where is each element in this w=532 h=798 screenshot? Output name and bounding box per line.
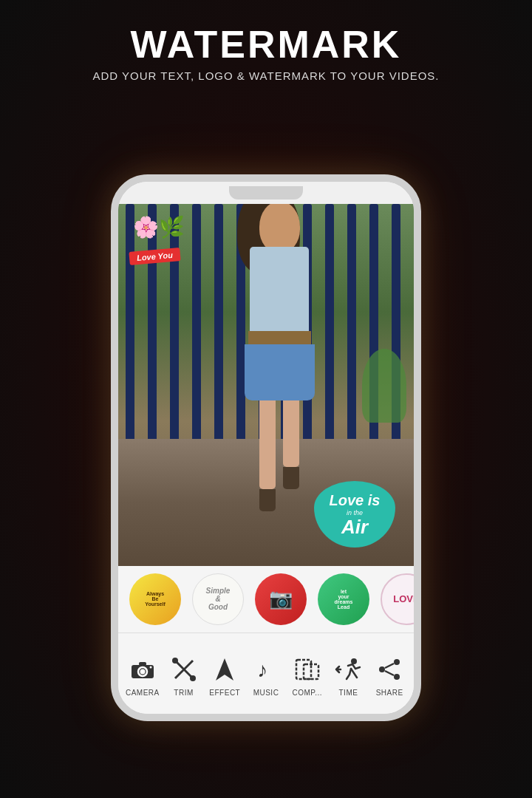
svg-text:♪: ♪ — [257, 658, 267, 681]
svg-point-16 — [394, 674, 400, 680]
love-you-sticker-inner: 🌸🌿 Love You — [129, 215, 196, 267]
svg-point-15 — [379, 666, 385, 672]
toolbar-camera[interactable]: CAMERA — [122, 654, 163, 697]
comp-label: COMP... — [292, 689, 322, 697]
plant-decoration — [362, 349, 406, 423]
fence-bar — [369, 204, 378, 476]
flower-icon: 🌸🌿 — [133, 215, 185, 239]
svg-rect-3 — [139, 662, 146, 666]
camera-label: CAMERA — [126, 689, 160, 697]
fence-bar — [347, 204, 356, 476]
sticker-line1: Love is — [330, 492, 381, 508]
toolbar-effect[interactable]: EFFECT — [204, 654, 245, 697]
share-icon — [374, 654, 405, 685]
sticker-simple-good[interactable]: Simple&Good — [192, 573, 244, 625]
person-legs — [259, 400, 299, 511]
phone-top-bar — [118, 182, 414, 204]
person-belt — [248, 331, 311, 344]
page-title: WATERMARK — [92, 22, 439, 66]
svg-line-18 — [385, 671, 394, 675]
music-icon: ♪ — [250, 654, 282, 685]
time-label: TIME — [339, 689, 358, 697]
svg-point-7 — [172, 658, 178, 664]
person-skirt — [245, 344, 315, 401]
svg-marker-9 — [216, 658, 233, 681]
toolbar-comp[interactable]: COMP... — [287, 654, 328, 697]
person-leg — [283, 400, 299, 467]
person-head — [259, 204, 300, 253]
fence-bar — [392, 204, 400, 476]
toolbar-share[interactable]: SHARE — [369, 654, 410, 697]
sticker-love[interactable]: LOVE — [381, 573, 414, 625]
header: WATERMARK ADD YOUR TEXT, LOGO & WATERMAR… — [78, 0, 454, 89]
sticker-strip: AlwaysBeYourself Simple&Good 📷 letyourdr… — [118, 566, 414, 632]
person-body — [250, 247, 309, 332]
time-icon — [332, 654, 364, 685]
camera-icon — [127, 654, 158, 685]
phone-notch — [229, 186, 303, 200]
sticker-let-dreams-lead[interactable]: letyourdreamsLead — [318, 573, 369, 625]
svg-point-4 — [149, 666, 151, 668]
trim-label: TRIM — [174, 689, 193, 697]
toolbar-time[interactable]: TIME — [328, 654, 369, 697]
svg-point-13 — [351, 658, 357, 664]
toolbar-music[interactable]: ♪ MUSIC — [245, 654, 287, 697]
phone-wrapper: 🌸🌿 Love You Love is in the Air AlwaysBeY… — [111, 89, 421, 798]
sticker-camera[interactable]: 📷 — [255, 573, 307, 625]
comp-icon — [292, 654, 323, 685]
trim-icon — [168, 654, 200, 685]
svg-point-8 — [190, 675, 196, 681]
effect-icon — [209, 654, 240, 685]
svg-point-14 — [394, 659, 400, 665]
svg-point-2 — [140, 669, 145, 674]
love-you-text: Love You — [129, 248, 180, 265]
page-subtitle: ADD YOUR TEXT, LOGO & WATERMARK TO YOUR … — [92, 69, 439, 82]
sticker-always-be-yourself[interactable]: AlwaysBeYourself — [129, 573, 181, 625]
phone-mockup: 🌸🌿 Love You Love is in the Air AlwaysBeY… — [111, 174, 421, 721]
person-leg — [259, 400, 276, 489]
toolbar-trim[interactable]: TRIM — [163, 654, 205, 697]
person-shoe — [259, 489, 276, 511]
share-label: SHARE — [376, 689, 403, 697]
sticker-line3: Air — [341, 517, 368, 536]
person-shoe — [283, 467, 299, 489]
music-label: MUSIC — [253, 689, 279, 697]
effect-label: EFFECT — [209, 689, 240, 697]
love-you-sticker[interactable]: 🌸🌿 Love You — [129, 215, 196, 267]
svg-line-17 — [385, 664, 394, 668]
person-figure — [213, 204, 346, 512]
sticker-line2: in the — [347, 509, 363, 516]
bottom-toolbar: CAMERA TRIM — [118, 632, 414, 714]
photo-area: 🌸🌿 Love You Love is in the Air — [118, 204, 414, 566]
